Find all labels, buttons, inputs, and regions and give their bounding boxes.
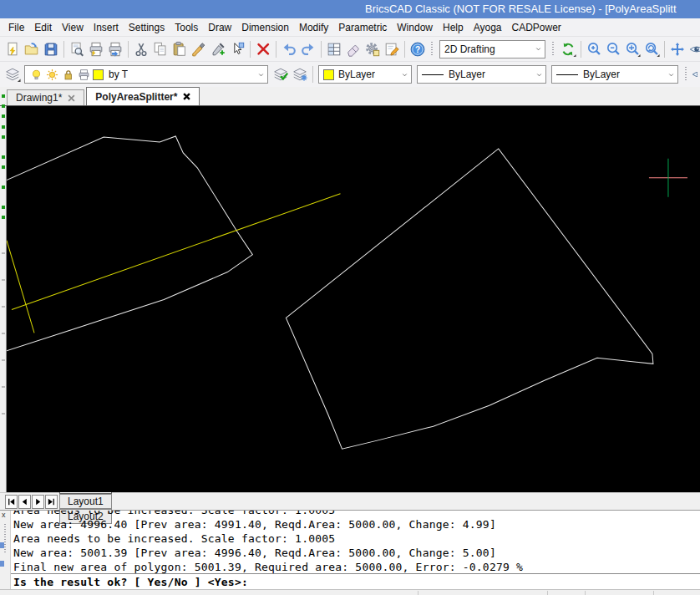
command-history-line: New area: 5001.39 [Prev area: 4996.40, R… [13, 546, 700, 560]
chevron-down-icon[interactable] [664, 66, 677, 83]
bulb-icon [29, 68, 43, 82]
clipped-toolbar-mark [2, 135, 5, 139]
close-tab-icon[interactable] [68, 94, 75, 102]
menu-edit[interactable]: Edit [29, 19, 57, 36]
eyedropper-add-button[interactable] [209, 39, 227, 59]
pan-button[interactable] [668, 39, 687, 59]
settings-button[interactable] [363, 39, 382, 59]
select-entity-button[interactable] [228, 39, 246, 59]
eraser-button[interactable] [344, 39, 363, 59]
layer-combo[interactable]: by T [24, 65, 268, 84]
command-prompt-input[interactable]: Is the result ok? [ Yes/No ] <Yes>: [11, 573, 700, 589]
first-layout-button[interactable] [5, 495, 18, 509]
print-preview-button[interactable] [68, 39, 86, 59]
properties-button[interactable] [325, 39, 343, 59]
redo-icon [300, 41, 317, 58]
docked-toolbar-sliver[interactable] [0, 106, 7, 492]
menu-help[interactable]: Help [438, 19, 469, 36]
cut-icon [133, 41, 150, 58]
menu-file[interactable]: File [3, 19, 29, 36]
layout-tab-layout1[interactable]: Layout1 [59, 494, 112, 509]
zoom-previous-button[interactable] [642, 39, 661, 59]
chevron-down-icon[interactable] [532, 66, 545, 83]
print-button[interactable] [87, 39, 105, 59]
color-combo[interactable]: ByLayer [318, 65, 412, 84]
layer-tools-button[interactable] [291, 64, 309, 84]
zoom-out-button[interactable] [604, 39, 622, 59]
yellow-line-1[interactable] [12, 194, 340, 310]
save-button[interactable] [42, 39, 60, 59]
toolbar-grip[interactable] [429, 40, 434, 58]
menu-modify[interactable]: Modify [294, 19, 333, 36]
menu-insert[interactable]: Insert [89, 19, 124, 36]
printer-small-icon [77, 68, 91, 82]
cut-button[interactable] [132, 39, 150, 59]
paste-button[interactable] [170, 39, 189, 59]
svg-text:?: ? [414, 44, 419, 53]
view-eye-button[interactable] [687, 39, 700, 59]
workspace-combo-value: 2D Drafting [444, 43, 495, 55]
clipped-panel-icon [0, 561, 4, 567]
help-button[interactable]: ? [408, 39, 427, 59]
linetype-combo[interactable]: ByLayer [417, 65, 546, 84]
layers-blue-icon [292, 66, 308, 83]
chevron-down-icon[interactable] [254, 66, 267, 83]
menu-window[interactable]: Window [392, 19, 438, 36]
clipped-toolbar-mark [2, 104, 5, 108]
chevron-down-icon[interactable] [398, 66, 411, 83]
statusbar-separator [653, 591, 654, 595]
settings-icon [364, 41, 381, 58]
close-icon[interactable]: x [2, 511, 6, 519]
white-polygon-left[interactable] [7, 136, 252, 352]
edit-form-button[interactable] [383, 39, 401, 59]
document-tab-drawing1[interactable]: Drawing1* [7, 89, 84, 105]
regen-button[interactable] [559, 39, 577, 59]
clipped-toolbar-mark [2, 216, 5, 219]
delete-button[interactable] [254, 39, 272, 59]
zoom-extents-button[interactable] [623, 39, 642, 59]
match-properties-button[interactable] [190, 39, 208, 59]
document-tab-polyareasplitter[interactable]: PolyAreaSplitter* [86, 87, 200, 105]
drawing-canvas[interactable] [7, 106, 700, 492]
chevron-down-icon[interactable] [531, 41, 545, 58]
command-line-area[interactable]: Area needs to be increased. Scale factor… [11, 511, 700, 589]
layer-states-button[interactable] [271, 64, 290, 84]
toolbar-separator [128, 41, 129, 58]
undo-button[interactable] [280, 39, 298, 59]
prev-layout-button[interactable] [18, 495, 31, 509]
yellow-line-2[interactable] [7, 241, 34, 333]
menu-draw[interactable]: Draw [203, 19, 236, 36]
plot-button[interactable] [106, 39, 124, 59]
sun-icon [45, 68, 59, 82]
menu-parametric[interactable]: Parametric [333, 19, 392, 36]
white-polygon-right[interactable] [286, 149, 653, 449]
open-button[interactable] [23, 39, 41, 59]
menu-tools[interactable]: Tools [170, 19, 203, 36]
menu-dimension[interactable]: Dimension [236, 19, 294, 36]
panel-grip[interactable] [4, 524, 6, 552]
menu-settings[interactable]: Settings [124, 19, 170, 36]
menu-ayoga[interactable]: Ayoga [469, 19, 507, 36]
pan-icon [669, 41, 686, 58]
last-layout-button[interactable] [45, 495, 58, 509]
view-eye-icon [691, 66, 697, 83]
next-layout-button[interactable] [32, 495, 44, 509]
layers-button[interactable] [3, 64, 22, 84]
redo-button[interactable] [299, 39, 317, 59]
workspace-combo[interactable]: 2D Drafting [439, 40, 545, 58]
window-title: BricsCAD Classic (NOT FOR RESALE License… [365, 3, 677, 15]
menu-bar: FileEditViewInsertSettingsToolsDrawDimen… [0, 18, 700, 37]
command-panel-rail: x [0, 511, 11, 589]
toolbar-grip[interactable] [550, 40, 555, 58]
lineweight-sample [556, 74, 578, 75]
close-tab-icon[interactable] [183, 93, 190, 100]
document-tab-label: PolyAreaSplitter* [95, 91, 177, 103]
menu-view[interactable]: View [57, 19, 89, 36]
copy-button[interactable] [151, 39, 170, 59]
zoom-in-button[interactable] [585, 39, 603, 59]
chevron-down-icon [535, 46, 542, 52]
new-button[interactable] [3, 39, 22, 59]
lineweight-combo[interactable]: ByLayer [551, 65, 678, 84]
toolbar-grip[interactable] [683, 65, 688, 84]
menu-cadpower[interactable]: CADPower [506, 19, 566, 36]
